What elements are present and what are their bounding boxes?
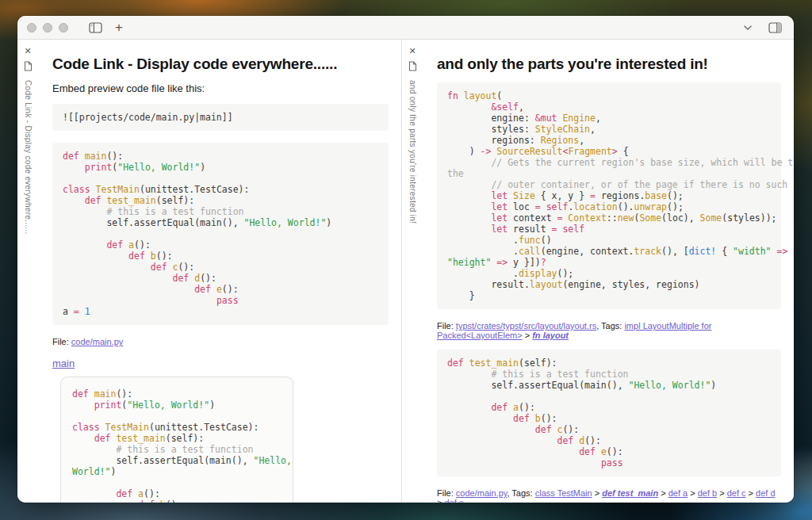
python-file-tags-line: File: code/main.py, Tags: class TestMain… <box>437 488 781 503</box>
meta-text: > <box>688 488 698 498</box>
code-line: class TestMain(unittest.TestCase): <box>63 184 378 195</box>
rust-file-tags-line: File: typst/crates/typst/src/layout/layo… <box>437 321 781 340</box>
code-line: def d(): <box>63 273 378 284</box>
code-line <box>72 411 282 422</box>
tag-link[interactable]: code/main.py <box>456 488 508 498</box>
code-line: // Gets the current region's base size, … <box>447 157 771 168</box>
file-meta-line: File: code/main.py <box>52 337 389 346</box>
python-codeblock: def main(): print("Hello, World!") class… <box>52 143 389 325</box>
tag-link[interactable]: code/main.py <box>71 337 123 346</box>
document-icon <box>24 61 33 71</box>
code-line: a = 1 <box>63 306 378 317</box>
zoom-window-button[interactable] <box>59 23 68 32</box>
code-line: let result = self <box>447 224 771 235</box>
code-line: def a(): <box>447 402 771 413</box>
meta-text: > <box>658 488 668 498</box>
embedded-code-preview-card[interactable]: def main(): print("Hello, World!") class… <box>60 377 293 503</box>
code-line <box>63 173 378 184</box>
code-line: pass <box>447 457 771 468</box>
meta-text: > <box>746 488 756 498</box>
toggle-left-sidebar-icon[interactable] <box>86 19 105 36</box>
workspace: ✕ Code Link - Display code everywhere...… <box>17 40 794 503</box>
code-line: # this is a test function <box>447 369 771 380</box>
tag-link[interactable]: def e <box>444 498 463 503</box>
code-line: def e(): <box>447 446 771 457</box>
code-line: def b(): <box>447 413 771 424</box>
close-window-button[interactable] <box>27 23 36 32</box>
code-line: let context = Context::new(Some(loc), So… <box>447 212 771 224</box>
traffic-lights <box>27 23 68 32</box>
meta-text: , Tags: <box>507 488 534 498</box>
left-note-content: Code Link - Display code everywhere.....… <box>38 40 401 503</box>
code-line: } <box>447 290 771 301</box>
right-note-heading: and only the parts you're interested in! <box>437 55 781 73</box>
left-note-heading: Code Link - Display code everywhere.....… <box>52 55 389 73</box>
rust-codeblock: fn layout( &self, engine: &mut Engine, s… <box>437 82 781 309</box>
code-line: regions: Regions, <box>447 135 771 146</box>
minimize-window-button[interactable] <box>43 23 52 32</box>
code-line: def c(): <box>63 262 378 273</box>
code-line: print("Hello, World!") <box>63 162 378 173</box>
code-line <box>447 391 771 402</box>
code-line <box>63 228 378 239</box>
code-line: ) -> SourceResult<Fragment> { <box>447 146 771 157</box>
meta-text: File: <box>52 337 71 346</box>
tag-link[interactable]: fn layout <box>532 331 569 340</box>
code-line: def main(): <box>63 151 378 162</box>
meta-text: > <box>717 488 727 498</box>
app-window: + ✕ Code <box>17 16 794 503</box>
code-line: .display(); <box>447 268 771 279</box>
code-line: def b(): <box>72 499 282 503</box>
code-line: fn layout( <box>447 90 771 101</box>
code-line: self.assertEqual(main(), "Hello, World!"… <box>447 380 771 391</box>
right-tab-title: and only the parts you're interested in! <box>408 80 417 224</box>
code-line: the <box>447 168 771 179</box>
embed-syntax-codeblock: ![[projects/code/main.py|main]] <box>52 104 389 131</box>
code-line: def a(): <box>63 239 378 250</box>
code-line: &self, <box>447 101 771 113</box>
tag-link[interactable]: def d <box>756 488 775 498</box>
code-line: .func() <box>447 235 771 246</box>
code-line: def test_main(self): <box>63 195 378 206</box>
pane-right: ✕ and only the parts you're interested i… <box>402 40 794 503</box>
document-icon <box>408 61 417 71</box>
code-line: def d(): <box>447 435 771 446</box>
meta-text: > <box>592 488 603 498</box>
meta-text: > <box>523 331 533 340</box>
close-tab-icon[interactable]: ✕ <box>408 47 416 55</box>
new-tab-button[interactable]: + <box>109 19 128 36</box>
tag-link[interactable]: def c <box>727 488 746 498</box>
meta-text: File: <box>437 321 456 331</box>
code-line: World!") <box>72 466 282 477</box>
code-line <box>72 477 282 488</box>
code-line: result.layout(engine, styles, regions) <box>447 279 771 290</box>
right-tab-header[interactable]: ✕ and only the parts you're interested i… <box>402 40 423 503</box>
pane-left: ✕ Code Link - Display code everywhere...… <box>17 40 401 503</box>
tag-link[interactable]: def test_main <box>602 488 658 498</box>
tag-link[interactable]: def b <box>698 488 717 498</box>
code-line: def b(): <box>63 250 378 262</box>
code-line: def main(): <box>72 388 282 400</box>
toggle-right-sidebar-icon[interactable] <box>765 19 784 36</box>
meta-text: , Tags: <box>596 321 624 331</box>
tag-link[interactable]: typst/crates/typst/src/layout/layout.rs <box>456 321 596 331</box>
code-line: styles: StyleChain, <box>447 124 771 135</box>
code-line: self.assertEqual(main(), "Hello, <box>72 455 282 466</box>
code-line: pass <box>63 295 378 306</box>
code-line: # this is a test function <box>63 206 378 217</box>
left-tab-header[interactable]: ✕ Code Link - Display code everywhere...… <box>17 40 38 503</box>
left-intro-text: Embed preview code file like this: <box>52 82 389 94</box>
chevron-down-icon[interactable] <box>738 19 757 36</box>
right-note-content: and only the parts you're interested in!… <box>423 40 794 503</box>
titlebar: + <box>17 16 794 40</box>
code-line: print("Hello, World!") <box>72 400 282 411</box>
embed-main-link[interactable]: main <box>52 358 75 369</box>
tag-link[interactable]: class TestMain <box>535 488 592 498</box>
code-line: def c(): <box>447 424 771 435</box>
python-snippet-codeblock: def test_main(self): # this is a test fu… <box>437 350 781 476</box>
tag-link[interactable]: def a <box>668 488 688 498</box>
left-tab-title: Code Link - Display code everywhere.....… <box>24 80 33 235</box>
code-line: def test_main(self): <box>447 358 771 369</box>
code-line: # this is a test function <box>72 444 282 455</box>
close-tab-icon[interactable]: ✕ <box>24 47 31 55</box>
